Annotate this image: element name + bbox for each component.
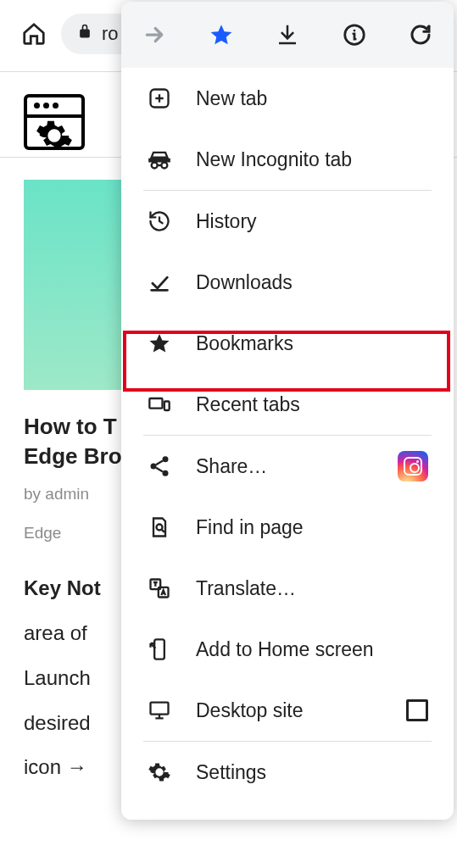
svg-rect-3 [164, 402, 170, 411]
menu-desktop-site[interactable]: Desktop site [121, 680, 454, 741]
menu-top-actions [121, 2, 454, 68]
menu-add-home[interactable]: Add to Home screen [121, 619, 454, 680]
translate-icon [147, 576, 172, 601]
menu-item-label: New tab [196, 87, 267, 110]
menu-item-label: Settings [196, 761, 266, 784]
share-icon [147, 453, 172, 479]
svg-rect-10 [154, 639, 164, 659]
menu-new-incognito[interactable]: New Incognito tab [121, 129, 454, 190]
instagram-icon [398, 451, 428, 481]
menu-item-label: Bookmarks [196, 332, 293, 355]
info-button[interactable] [340, 20, 369, 49]
lock-icon [76, 23, 93, 45]
home-button[interactable] [20, 20, 47, 47]
url-text: ro [102, 23, 119, 45]
menu-item-label: New Incognito tab [196, 148, 352, 171]
download-button[interactable] [273, 20, 302, 49]
menu-item-label: Recent tabs [196, 393, 300, 416]
desktop-icon [147, 698, 172, 723]
menu-item-label: Translate… [196, 577, 296, 600]
bookmark-star-button[interactable] [207, 20, 236, 49]
svg-point-4 [163, 456, 169, 462]
forward-button[interactable] [140, 20, 169, 49]
menu-share[interactable]: Share… [121, 436, 454, 497]
overflow-menu: New tab New Incognito tab History Downlo… [121, 2, 454, 820]
menu-new-tab[interactable]: New tab [121, 68, 454, 129]
menu-recent-tabs[interactable]: Recent tabs [121, 374, 454, 435]
desktop-site-checkbox[interactable] [406, 699, 428, 721]
menu-find-in-page[interactable]: Find in page [121, 497, 454, 558]
download-check-icon [147, 270, 172, 295]
recent-tabs-icon [147, 392, 172, 417]
svg-rect-11 [151, 703, 169, 715]
menu-item-label: Share… [196, 455, 267, 478]
menu-settings[interactable]: Settings [121, 742, 454, 803]
plus-box-icon [147, 86, 172, 111]
menu-item-label: Desktop site [196, 699, 304, 722]
menu-history[interactable]: History [121, 191, 454, 252]
menu-item-label: Find in page [196, 516, 304, 539]
menu-item-label: History [196, 210, 257, 233]
incognito-icon [147, 147, 172, 172]
svg-rect-2 [149, 398, 162, 409]
menu-translate[interactable]: Translate… [121, 558, 454, 619]
history-icon [147, 209, 172, 234]
menu-item-label: Downloads [196, 271, 293, 294]
site-logo-icon [24, 94, 85, 150]
add-home-icon [147, 637, 172, 662]
star-icon [147, 331, 172, 356]
gear-icon [147, 760, 172, 785]
svg-point-6 [163, 470, 169, 476]
reload-button[interactable] [406, 20, 435, 49]
svg-point-5 [151, 464, 157, 470]
find-page-icon [147, 515, 172, 540]
menu-bookmarks[interactable]: Bookmarks [121, 313, 454, 374]
menu-downloads[interactable]: Downloads [121, 252, 454, 313]
menu-item-label: Add to Home screen [196, 638, 374, 661]
